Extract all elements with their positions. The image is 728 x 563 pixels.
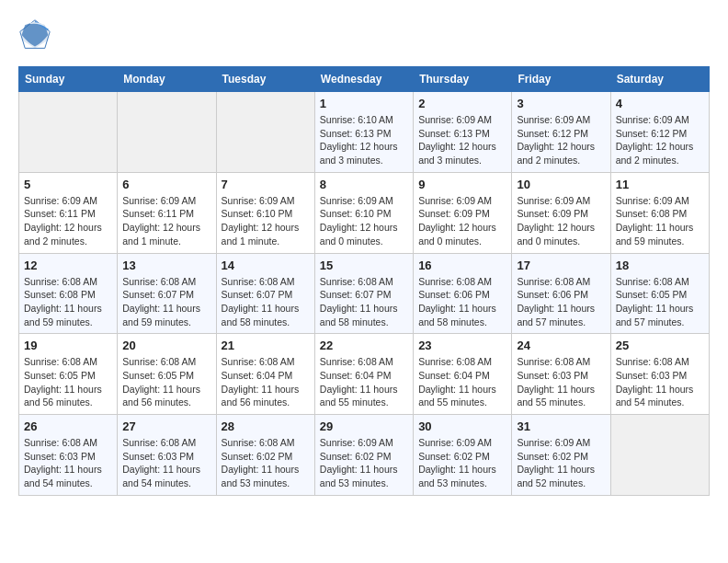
- calendar-cell: 26Sunrise: 6:08 AM Sunset: 6:03 PM Dayli…: [19, 415, 118, 496]
- day-info: Sunrise: 6:08 AM Sunset: 6:05 PM Dayligh…: [616, 275, 704, 329]
- calendar-cell: 31Sunrise: 6:09 AM Sunset: 6:02 PM Dayli…: [512, 415, 610, 496]
- day-number: 26: [24, 419, 112, 433]
- day-info: Sunrise: 6:09 AM Sunset: 6:08 PM Dayligh…: [616, 194, 704, 248]
- day-info: Sunrise: 6:10 AM Sunset: 6:13 PM Dayligh…: [320, 113, 408, 167]
- calendar-cell: 15Sunrise: 6:08 AM Sunset: 6:07 PM Dayli…: [314, 253, 413, 334]
- calendar-cell: 10Sunrise: 6:09 AM Sunset: 6:09 PM Dayli…: [512, 172, 610, 253]
- day-info: Sunrise: 6:08 AM Sunset: 6:03 PM Dayligh…: [122, 436, 210, 490]
- calendar-cell: 2Sunrise: 6:09 AM Sunset: 6:13 PM Daylig…: [414, 92, 512, 173]
- calendar-cell: 18Sunrise: 6:08 AM Sunset: 6:05 PM Dayli…: [610, 253, 709, 334]
- calendar-table: SundayMondayTuesdayWednesdayThursdayFrid…: [18, 66, 710, 496]
- day-number: 10: [517, 178, 605, 191]
- day-info: Sunrise: 6:08 AM Sunset: 6:02 PM Dayligh…: [222, 436, 310, 490]
- logo-icon: [18, 18, 51, 52]
- calendar-cell: 17Sunrise: 6:08 AM Sunset: 6:06 PM Dayli…: [512, 253, 610, 334]
- calendar-cell: 8Sunrise: 6:09 AM Sunset: 6:10 PM Daylig…: [314, 172, 413, 253]
- calendar-cell: 14Sunrise: 6:08 AM Sunset: 6:07 PM Dayli…: [216, 253, 314, 334]
- calendar-cell: 13Sunrise: 6:08 AM Sunset: 6:07 PM Dayli…: [118, 253, 216, 334]
- day-number: 5: [24, 178, 112, 191]
- day-info: Sunrise: 6:08 AM Sunset: 6:04 PM Dayligh…: [320, 355, 408, 409]
- day-number: 30: [418, 419, 506, 433]
- day-info: Sunrise: 6:08 AM Sunset: 6:07 PM Dayligh…: [222, 275, 310, 329]
- week-row-5: 26Sunrise: 6:08 AM Sunset: 6:03 PM Dayli…: [19, 415, 710, 496]
- week-row-1: 1Sunrise: 6:10 AM Sunset: 6:13 PM Daylig…: [19, 92, 710, 173]
- header-day-thursday: Thursday: [414, 67, 512, 92]
- calendar-cell: [610, 415, 709, 496]
- day-info: Sunrise: 6:08 AM Sunset: 6:04 PM Dayligh…: [418, 355, 506, 409]
- header-day-wednesday: Wednesday: [314, 67, 413, 92]
- day-number: 14: [222, 259, 310, 272]
- day-info: Sunrise: 6:08 AM Sunset: 6:08 PM Dayligh…: [24, 275, 112, 329]
- day-number: 3: [517, 97, 605, 110]
- week-row-3: 12Sunrise: 6:08 AM Sunset: 6:08 PM Dayli…: [19, 253, 710, 334]
- day-info: Sunrise: 6:09 AM Sunset: 6:10 PM Dayligh…: [222, 194, 310, 248]
- calendar-cell: [216, 92, 314, 173]
- day-info: Sunrise: 6:08 AM Sunset: 6:05 PM Dayligh…: [122, 355, 210, 409]
- calendar-cell: 30Sunrise: 6:09 AM Sunset: 6:02 PM Dayli…: [414, 415, 512, 496]
- day-number: 12: [24, 259, 112, 272]
- header-day-tuesday: Tuesday: [216, 67, 314, 92]
- day-number: 7: [222, 178, 310, 191]
- day-number: 2: [418, 97, 506, 110]
- calendar-cell: 29Sunrise: 6:09 AM Sunset: 6:02 PM Dayli…: [314, 415, 413, 496]
- calendar-cell: 22Sunrise: 6:08 AM Sunset: 6:04 PM Dayli…: [314, 334, 413, 415]
- calendar-cell: 6Sunrise: 6:09 AM Sunset: 6:11 PM Daylig…: [118, 172, 216, 253]
- calendar-cell: 16Sunrise: 6:08 AM Sunset: 6:06 PM Dayli…: [414, 253, 512, 334]
- day-number: 23: [418, 339, 506, 352]
- day-number: 6: [122, 178, 210, 191]
- calendar-cell: 12Sunrise: 6:08 AM Sunset: 6:08 PM Dayli…: [19, 253, 118, 334]
- calendar-cell: 1Sunrise: 6:10 AM Sunset: 6:13 PM Daylig…: [314, 92, 413, 173]
- calendar-cell: 21Sunrise: 6:08 AM Sunset: 6:04 PM Dayli…: [216, 334, 314, 415]
- day-number: 22: [320, 339, 408, 352]
- calendar-cell: 7Sunrise: 6:09 AM Sunset: 6:10 PM Daylig…: [216, 172, 314, 253]
- calendar-cell: 25Sunrise: 6:08 AM Sunset: 6:03 PM Dayli…: [610, 334, 709, 415]
- day-number: 24: [517, 339, 605, 352]
- day-number: 28: [222, 419, 310, 433]
- day-number: 17: [517, 259, 605, 272]
- day-info: Sunrise: 6:09 AM Sunset: 6:09 PM Dayligh…: [418, 194, 506, 248]
- day-info: Sunrise: 6:08 AM Sunset: 6:07 PM Dayligh…: [320, 275, 408, 329]
- day-info: Sunrise: 6:09 AM Sunset: 6:02 PM Dayligh…: [517, 436, 605, 490]
- header-day-sunday: Sunday: [19, 67, 118, 92]
- day-number: 31: [517, 419, 605, 433]
- day-number: 19: [24, 339, 112, 352]
- week-row-4: 19Sunrise: 6:08 AM Sunset: 6:05 PM Dayli…: [19, 334, 710, 415]
- page-header: [18, 18, 710, 52]
- day-info: Sunrise: 6:08 AM Sunset: 6:07 PM Dayligh…: [122, 275, 210, 329]
- day-info: Sunrise: 6:09 AM Sunset: 6:02 PM Dayligh…: [418, 436, 506, 490]
- day-info: Sunrise: 6:09 AM Sunset: 6:12 PM Dayligh…: [517, 113, 605, 167]
- calendar-cell: 24Sunrise: 6:08 AM Sunset: 6:03 PM Dayli…: [512, 334, 610, 415]
- header-day-friday: Friday: [512, 67, 610, 92]
- day-number: 20: [122, 339, 210, 352]
- day-info: Sunrise: 6:08 AM Sunset: 6:06 PM Dayligh…: [517, 275, 605, 329]
- day-number: 21: [222, 339, 310, 352]
- day-number: 13: [122, 259, 210, 272]
- day-info: Sunrise: 6:08 AM Sunset: 6:05 PM Dayligh…: [24, 355, 112, 409]
- day-number: 8: [320, 178, 408, 191]
- day-number: 9: [418, 178, 506, 191]
- week-row-2: 5Sunrise: 6:09 AM Sunset: 6:11 PM Daylig…: [19, 172, 710, 253]
- calendar-cell: 20Sunrise: 6:08 AM Sunset: 6:05 PM Dayli…: [118, 334, 216, 415]
- day-number: 16: [418, 259, 506, 272]
- calendar-cell: 5Sunrise: 6:09 AM Sunset: 6:11 PM Daylig…: [19, 172, 118, 253]
- day-info: Sunrise: 6:09 AM Sunset: 6:11 PM Dayligh…: [122, 194, 210, 248]
- day-info: Sunrise: 6:09 AM Sunset: 6:02 PM Dayligh…: [320, 436, 408, 490]
- calendar-cell: 27Sunrise: 6:08 AM Sunset: 6:03 PM Dayli…: [118, 415, 216, 496]
- day-info: Sunrise: 6:08 AM Sunset: 6:03 PM Dayligh…: [517, 355, 605, 409]
- day-info: Sunrise: 6:09 AM Sunset: 6:12 PM Dayligh…: [616, 113, 704, 167]
- day-number: 27: [122, 419, 210, 433]
- calendar-cell: 23Sunrise: 6:08 AM Sunset: 6:04 PM Dayli…: [414, 334, 512, 415]
- day-number: 25: [616, 339, 704, 352]
- day-info: Sunrise: 6:08 AM Sunset: 6:04 PM Dayligh…: [222, 355, 310, 409]
- day-info: Sunrise: 6:08 AM Sunset: 6:03 PM Dayligh…: [616, 355, 704, 409]
- header-day-monday: Monday: [118, 67, 216, 92]
- day-info: Sunrise: 6:08 AM Sunset: 6:06 PM Dayligh…: [418, 275, 506, 329]
- logo: [18, 18, 57, 52]
- day-number: 18: [616, 259, 704, 272]
- calendar-cell: 4Sunrise: 6:09 AM Sunset: 6:12 PM Daylig…: [610, 92, 709, 173]
- calendar-cell: [19, 92, 118, 173]
- day-info: Sunrise: 6:08 AM Sunset: 6:03 PM Dayligh…: [24, 436, 112, 490]
- day-number: 29: [320, 419, 408, 433]
- calendar-cell: 11Sunrise: 6:09 AM Sunset: 6:08 PM Dayli…: [610, 172, 709, 253]
- header-row: SundayMondayTuesdayWednesdayThursdayFrid…: [19, 67, 710, 92]
